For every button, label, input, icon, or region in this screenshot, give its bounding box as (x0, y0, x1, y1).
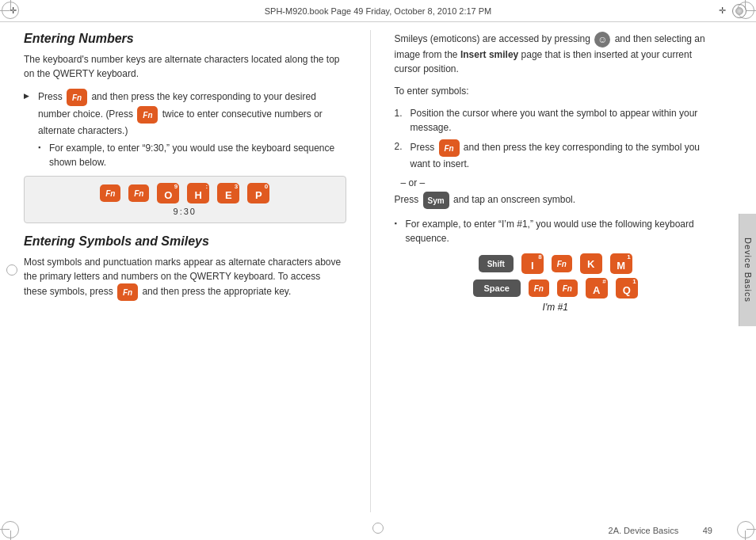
left-column: Entering Numbers The keyboard's number k… (24, 22, 346, 512)
step-1-num: 1. (395, 106, 403, 120)
m1-sup: 1 (627, 254, 630, 260)
fn-key-2: Fn (137, 106, 158, 124)
o9-char: O (164, 189, 172, 201)
step-1: 1. Position the cursor where you want th… (395, 106, 717, 135)
step-2: 2. Press Fn and then press the key corre… (395, 139, 717, 171)
i8-sup: 8 (538, 254, 541, 260)
im1-sub-bullet: For example, to enter “I’m #1,” you woul… (395, 217, 717, 245)
e3-char: E (225, 189, 232, 201)
footer: 2A. Device Basics 49 (609, 526, 712, 535)
fn-key-symbols: Fn (117, 283, 138, 301)
smiley-circle-icon: ☺ (594, 32, 610, 48)
fn-key-im1-1: Fn (552, 255, 572, 272)
seq-fn-key-1: Fn (100, 184, 120, 202)
p0-sup: 0 (265, 184, 268, 190)
entering-numbers-title: Entering Numbers (24, 32, 346, 46)
seq-p0-key: 0 P (247, 183, 269, 203)
to-enter-symbols-label: To enter symbols: (395, 84, 717, 98)
header-cross-right: ✛ (719, 6, 726, 16)
fn-key-im1-3: Fn (557, 280, 578, 297)
key-sequence-930-box: Fn Fn 9 O : H 3 E (24, 176, 346, 223)
space-key: Space (473, 280, 521, 297)
sub-bullet-item-930: For example, to enter “9:30,” you would … (38, 141, 346, 169)
key-row-930: Fn Fn 9 O : H 3 E (34, 183, 336, 203)
footer-text: 2A. Device Basics (609, 526, 679, 535)
insert-smiley-bold: Insert smiley (460, 49, 518, 60)
i8-key: 8 I (521, 253, 544, 274)
side-tab: Device Basics (739, 214, 756, 326)
entering-symbols-title: Entering Symbols and Smileys (24, 234, 346, 249)
page-container: ✛ SPH-M920.book Page 49 Friday, October … (0, 0, 756, 540)
entering-symbols-body: Most symbols and punctuation marks appea… (24, 255, 346, 301)
a-char: A (593, 284, 600, 296)
m1-key: 1 M (610, 253, 632, 274)
right-column: Smileys (emoticons) are accessed by pres… (395, 22, 717, 512)
step-2-num: 2. (395, 139, 403, 154)
header-circle-right (732, 4, 746, 18)
entering-numbers-body: The keyboard's number keys are alternate… (24, 52, 346, 81)
shift-key: Shift (479, 255, 514, 272)
im1-key-row-2: Space Fn Fn # A 1 Q (398, 278, 714, 299)
side-tab-label: Device Basics (743, 238, 753, 302)
im1-key-sequence-area: Shift 8 I Fn K 1 M Space (395, 249, 717, 318)
sym-key: Sym (423, 192, 449, 209)
step-1-text: Position the cursor where you want the s… (410, 108, 698, 133)
header-text: SPH-M920.book Page 49 Friday, October 8,… (194, 6, 563, 16)
content-area: Entering Numbers The keyboard's number k… (24, 22, 716, 512)
e3-sup: 3 (235, 184, 238, 190)
seq-h-colon-key: : H (187, 183, 209, 203)
press-sym-after-text: and tap an onscreen symbol. (453, 194, 575, 205)
footer-page-number: 49 (703, 526, 712, 535)
numbers-bullet-list: Press Fn and then press the key correspo… (24, 89, 346, 169)
k-key: K (580, 253, 602, 274)
press-sym-label: Press (395, 194, 419, 205)
fn-key-step2: Fn (439, 139, 460, 157)
smileys-intro-para: Smileys (emoticons) are accessed by pres… (395, 32, 717, 76)
q1-char: Q (623, 284, 631, 296)
key-label-930: 9:30 (34, 207, 336, 216)
bottom-center-mark (372, 523, 384, 534)
column-divider (370, 30, 371, 512)
left-center-mark (6, 264, 17, 276)
symbols-body-after: and then press the appropriate key. (142, 286, 291, 297)
im1-label: I'm #1 (398, 302, 714, 313)
header-right: ✛ (563, 4, 747, 18)
o9-sup: 9 (174, 184, 178, 190)
reg-mark-br (734, 518, 756, 540)
a-hash-key: # A (586, 278, 608, 299)
im1-key-row-1: Shift 8 I Fn K 1 M (398, 253, 714, 274)
reg-mark-bl (0, 518, 22, 540)
smileys-intro-text: Smileys (emoticons) are accessed by pres… (395, 33, 590, 44)
a-hash-sup: # (602, 279, 605, 285)
seq-o9-key: 9 O (157, 183, 179, 203)
fn-key-1: Fn (67, 89, 87, 106)
seq-fn-key-2: Fn (128, 184, 149, 202)
press-sym-para: Press Sym and tap an onscreen symbol. (395, 192, 717, 209)
header-bar: ✛ SPH-M920.book Page 49 Friday, October … (0, 0, 756, 22)
h-colon-sup: : (206, 184, 208, 190)
im1-example-text: For example, to enter “I’m #1,” you woul… (395, 217, 717, 245)
fn-key-im1-2: Fn (529, 280, 549, 297)
symbols-steps-list: 1. Position the cursor where you want th… (395, 106, 717, 171)
q1-key: 1 Q (616, 278, 638, 299)
press-label: Press (38, 91, 63, 102)
header-circle-inner (735, 7, 743, 15)
q1-sup: 1 (632, 279, 636, 285)
header-left: ✛ (10, 6, 194, 16)
or-separator: – or – (395, 177, 717, 188)
k-char: K (587, 258, 594, 270)
p0-char: P (255, 189, 262, 201)
step-2-press: Press (410, 142, 437, 153)
sub-bullet-list: For example, to enter “9:30,” you would … (38, 141, 346, 169)
numbers-bullet-item: Press Fn and then press the key correspo… (24, 89, 346, 169)
m1-char: M (617, 260, 625, 272)
header-cross-left: ✛ (10, 6, 17, 16)
seq-e3-key: 3 E (217, 183, 239, 203)
i8-char: I (531, 260, 534, 272)
h-char: H (195, 189, 202, 201)
